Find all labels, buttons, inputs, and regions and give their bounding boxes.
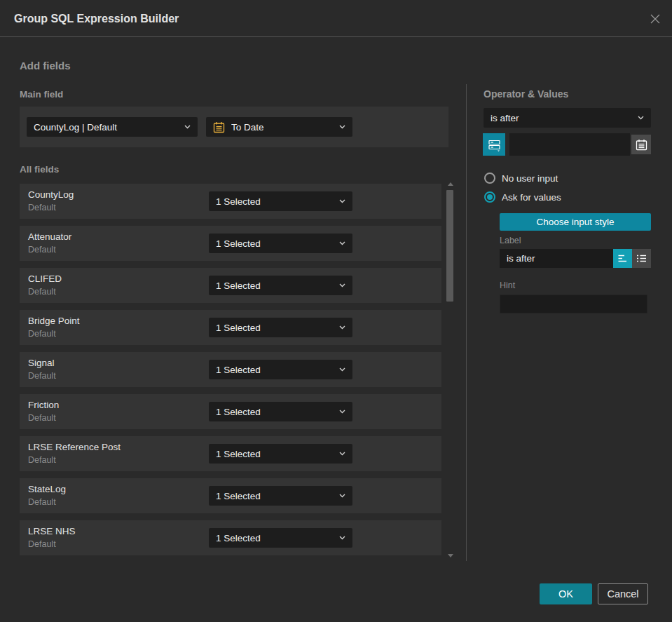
field-name: LRSE NHS bbox=[28, 526, 76, 536]
calendar-picker-icon[interactable] bbox=[631, 135, 651, 154]
operator-select[interactable]: is after bbox=[484, 108, 651, 128]
field-values-select[interactable]: 1 Selected bbox=[209, 486, 352, 506]
field-name: StateLog bbox=[28, 484, 66, 494]
field-values-select-value: 1 Selected bbox=[216, 533, 334, 543]
scrollbar-thumb[interactable] bbox=[446, 190, 453, 302]
group-sql-expression-builder-dialog: Group SQL Expression Builder Add fields … bbox=[0, 0, 672, 622]
field-type: Default bbox=[28, 287, 56, 297]
field-row-friction: Friction Default 1 Selected bbox=[20, 394, 441, 429]
field-values-select[interactable]: 1 Selected bbox=[209, 276, 352, 295]
field-name: Bridge Point bbox=[28, 316, 80, 326]
field-values-select-value: 1 Selected bbox=[216, 280, 334, 291]
chevron-down-icon bbox=[339, 241, 345, 245]
field-name: Signal bbox=[28, 358, 55, 368]
field-row-lrse-nhs: LRSE NHS Default 1 Selected bbox=[20, 520, 441, 555]
operator-select-value: is after bbox=[491, 113, 632, 123]
field-values-select[interactable]: 1 Selected bbox=[209, 191, 352, 211]
field-values-select-value: 1 Selected bbox=[216, 323, 334, 333]
field-values-select-value: 1 Selected bbox=[216, 238, 334, 249]
chevron-down-icon bbox=[339, 199, 345, 203]
chevron-down-icon bbox=[339, 325, 345, 330]
field-row-signal: Signal Default 1 Selected bbox=[20, 352, 441, 387]
radio-ask-for-values[interactable]: Ask for values bbox=[484, 191, 561, 203]
field-values-select[interactable]: 1 Selected bbox=[209, 402, 352, 421]
align-left-icon[interactable] bbox=[613, 249, 632, 268]
field-type: Default bbox=[28, 539, 56, 549]
field-values-select[interactable]: 1 Selected bbox=[209, 444, 352, 464]
field-name: Attenuator bbox=[28, 231, 71, 242]
field-values-select[interactable]: 1 Selected bbox=[209, 318, 352, 337]
dialog-title: Group SQL Expression Builder bbox=[14, 0, 179, 37]
field-type: Default bbox=[28, 203, 56, 212]
dialog-header: Group SQL Expression Builder bbox=[0, 0, 672, 37]
chevron-down-icon bbox=[339, 125, 345, 129]
chevron-down-icon bbox=[339, 410, 345, 414]
main-field-select-value: CountyLog | Default bbox=[34, 122, 179, 133]
label-input[interactable] bbox=[500, 249, 613, 268]
field-row-lrse-reference-post: LRSE Reference Post Default 1 Selected bbox=[20, 436, 441, 471]
main-field-select[interactable]: CountyLog | Default bbox=[27, 117, 198, 137]
all-fields-list: CountyLog Default 1 Selected Attenuator … bbox=[20, 184, 441, 555]
field-row-attenuator: Attenuator Default 1 Selected bbox=[20, 226, 441, 261]
scrollbar-up-arrow-icon[interactable] bbox=[448, 182, 453, 186]
list-scrollbar[interactable] bbox=[446, 180, 455, 562]
value-input-row bbox=[483, 133, 651, 156]
scrollbar-down-arrow-icon[interactable] bbox=[448, 554, 453, 557]
chevron-down-icon bbox=[339, 536, 345, 540]
ok-button[interactable]: OK bbox=[540, 583, 592, 604]
field-type: Default bbox=[28, 497, 56, 507]
field-row-statelog: StateLog Default 1 Selected bbox=[20, 478, 441, 513]
radio-circle-icon bbox=[484, 173, 495, 184]
chevron-down-icon bbox=[184, 125, 191, 129]
chevron-down-icon bbox=[339, 283, 345, 288]
hint-field-label: Hint bbox=[500, 280, 515, 290]
main-date-select-value: To Date bbox=[231, 122, 334, 133]
field-type: Default bbox=[28, 371, 56, 381]
choose-input-style-button[interactable]: Choose input style bbox=[500, 213, 651, 231]
field-values-select-value: 1 Selected bbox=[216, 491, 334, 501]
radio-circle-checked-icon bbox=[484, 191, 495, 203]
main-date-select[interactable]: To Date bbox=[206, 117, 352, 137]
field-values-select-value: 1 Selected bbox=[216, 449, 334, 459]
field-values-select-value: 1 Selected bbox=[216, 407, 334, 417]
value-input[interactable] bbox=[509, 133, 630, 156]
field-type: Default bbox=[28, 413, 56, 423]
chevron-down-icon bbox=[339, 494, 345, 498]
field-values-select[interactable]: 1 Selected bbox=[209, 360, 352, 379]
field-values-select-value: 1 Selected bbox=[216, 196, 334, 207]
field-values-select[interactable]: 1 Selected bbox=[209, 528, 352, 548]
operator-values-heading: Operator & Values bbox=[484, 88, 568, 100]
field-row-clifed: CLIFED Default 1 Selected bbox=[20, 268, 441, 303]
field-type: Default bbox=[28, 329, 56, 339]
radio-no-user-input[interactable]: No user input bbox=[484, 173, 558, 184]
field-type: Default bbox=[28, 245, 56, 255]
field-name: CLIFED bbox=[28, 273, 62, 284]
add-fields-heading: Add fields bbox=[20, 60, 71, 72]
radio-label: Ask for values bbox=[502, 192, 561, 203]
radio-label: No user input bbox=[502, 173, 558, 184]
field-row-bridge-point: Bridge Point Default 1 Selected bbox=[20, 310, 441, 345]
calendar-icon bbox=[213, 121, 225, 133]
field-name: Friction bbox=[28, 400, 59, 410]
main-field-heading: Main field bbox=[20, 89, 63, 100]
chevron-down-icon bbox=[638, 116, 644, 120]
field-type: Default bbox=[28, 455, 56, 465]
close-icon[interactable] bbox=[648, 12, 662, 26]
chevron-down-icon bbox=[339, 367, 345, 372]
all-fields-heading: All fields bbox=[20, 164, 59, 175]
cancel-button[interactable]: Cancel bbox=[598, 583, 648, 604]
field-values-select[interactable]: 1 Selected bbox=[209, 234, 352, 253]
panel-divider bbox=[466, 84, 467, 561]
chevron-down-icon bbox=[339, 452, 345, 456]
field-name: CountyLog bbox=[28, 189, 74, 200]
field-row-countylog: CountyLog Default 1 Selected bbox=[20, 184, 441, 219]
field-name: LRSE Reference Post bbox=[28, 442, 121, 452]
main-field-panel: CountyLog | Default To Date bbox=[20, 107, 448, 147]
bulleted-list-icon[interactable] bbox=[632, 249, 651, 268]
hint-input[interactable] bbox=[500, 295, 647, 313]
stacked-values-icon[interactable] bbox=[483, 133, 505, 156]
field-values-select-value: 1 Selected bbox=[216, 365, 334, 375]
label-field-label: Label bbox=[500, 236, 521, 245]
